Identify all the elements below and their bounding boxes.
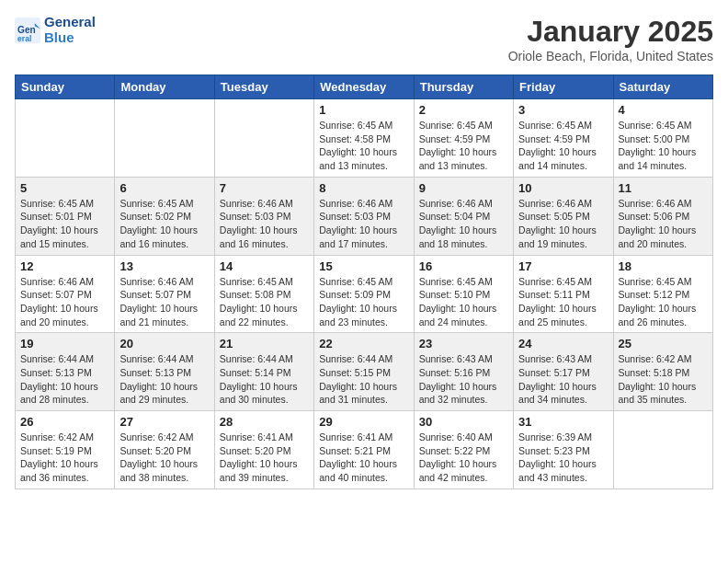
day-info: Sunrise: 6:46 AM Sunset: 5:06 PM Dayligh… [619,197,708,251]
day-number: 31 [518,415,608,429]
day-number: 13 [119,259,209,273]
calendar-week-2: 5Sunrise: 6:45 AM Sunset: 5:01 PM Daylig… [16,177,713,255]
calendar-cell: 11Sunrise: 6:46 AM Sunset: 5:06 PM Dayli… [613,177,712,255]
calendar-cell: 13Sunrise: 6:46 AM Sunset: 5:07 PM Dayli… [115,255,214,333]
calendar-cell: 30Sunrise: 6:40 AM Sunset: 5:22 PM Dayli… [414,411,513,489]
day-number: 20 [119,337,209,350]
calendar-header: SundayMondayTuesdayWednesdayThursdayFrid… [16,75,713,99]
logo-line1: General [44,15,96,30]
day-number: 28 [220,415,309,429]
calendar-cell: 6Sunrise: 6:45 AM Sunset: 5:02 PM Daylig… [115,177,214,255]
day-info: Sunrise: 6:46 AM Sunset: 5:05 PM Dayligh… [518,197,608,251]
day-info: Sunrise: 6:45 AM Sunset: 5:01 PM Dayligh… [20,197,109,251]
day-info: Sunrise: 6:45 AM Sunset: 5:00 PM Dayligh… [619,119,708,173]
day-info: Sunrise: 6:45 AM Sunset: 5:02 PM Dayligh… [119,197,209,251]
day-info: Sunrise: 6:44 AM Sunset: 5:13 PM Dayligh… [119,352,209,407]
calendar-cell: 15Sunrise: 6:45 AM Sunset: 5:09 PM Dayli… [314,255,414,333]
calendar-cell: 31Sunrise: 6:39 AM Sunset: 5:23 PM Dayli… [514,411,613,489]
day-number: 8 [319,181,408,195]
calendar-cell: 4Sunrise: 6:45 AM Sunset: 5:00 PM Daylig… [613,99,712,178]
day-info: Sunrise: 6:40 AM Sunset: 5:22 PM Dayligh… [419,431,508,485]
weekday-header-monday: Monday [115,75,214,99]
calendar-cell: 20Sunrise: 6:44 AM Sunset: 5:13 PM Dayli… [115,333,214,411]
day-info: Sunrise: 6:46 AM Sunset: 5:07 PM Dayligh… [119,275,209,329]
day-info: Sunrise: 6:41 AM Sunset: 5:20 PM Dayligh… [220,431,309,485]
day-info: Sunrise: 6:39 AM Sunset: 5:23 PM Dayligh… [518,431,608,485]
logo: Gen eral General Blue [15,15,96,45]
day-number: 27 [119,415,209,429]
day-info: Sunrise: 6:45 AM Sunset: 4:59 PM Dayligh… [419,119,508,173]
calendar-cell: 28Sunrise: 6:41 AM Sunset: 5:20 PM Dayli… [214,411,313,489]
day-number: 14 [220,259,309,273]
calendar-cell: 8Sunrise: 6:46 AM Sunset: 5:03 PM Daylig… [314,177,414,255]
day-number: 16 [419,259,508,273]
day-number: 3 [518,103,608,117]
day-number: 25 [619,337,708,350]
day-number: 15 [319,259,408,273]
day-number: 4 [619,103,708,117]
day-info: Sunrise: 6:44 AM Sunset: 5:13 PM Dayligh… [20,352,109,407]
day-number: 18 [619,259,708,273]
calendar-cell [613,411,712,489]
day-number: 29 [319,415,408,429]
calendar-cell: 2Sunrise: 6:45 AM Sunset: 4:59 PM Daylig… [414,99,513,178]
day-info: Sunrise: 6:45 AM Sunset: 5:10 PM Dayligh… [419,275,508,329]
weekday-header-thursday: Thursday [414,75,513,99]
day-info: Sunrise: 6:42 AM Sunset: 5:18 PM Dayligh… [619,352,708,407]
day-info: Sunrise: 6:43 AM Sunset: 5:17 PM Dayligh… [518,352,608,407]
day-number: 12 [20,259,109,273]
calendar-body: 1Sunrise: 6:45 AM Sunset: 4:58 PM Daylig… [16,99,713,489]
day-number: 19 [20,337,109,350]
weekday-header-tuesday: Tuesday [214,75,313,99]
day-number: 11 [619,181,708,195]
day-info: Sunrise: 6:45 AM Sunset: 4:59 PM Dayligh… [518,119,608,173]
day-number: 21 [220,337,309,350]
day-info: Sunrise: 6:45 AM Sunset: 5:12 PM Dayligh… [619,275,708,329]
day-info: Sunrise: 6:46 AM Sunset: 5:03 PM Dayligh… [319,197,408,251]
calendar-cell: 3Sunrise: 6:45 AM Sunset: 4:59 PM Daylig… [514,99,613,178]
day-number: 1 [319,103,408,117]
calendar-cell: 27Sunrise: 6:42 AM Sunset: 5:20 PM Dayli… [115,411,214,489]
day-info: Sunrise: 6:46 AM Sunset: 5:03 PM Dayligh… [220,197,309,251]
day-info: Sunrise: 6:42 AM Sunset: 5:19 PM Dayligh… [20,431,109,485]
day-number: 17 [518,259,608,273]
day-number: 5 [20,181,109,195]
calendar-cell [16,99,115,178]
calendar-cell [115,99,214,178]
day-number: 22 [319,337,408,350]
calendar-cell: 14Sunrise: 6:45 AM Sunset: 5:08 PM Dayli… [214,255,313,333]
calendar-cell: 17Sunrise: 6:45 AM Sunset: 5:11 PM Dayli… [514,255,613,333]
calendar-cell [214,99,313,178]
day-info: Sunrise: 6:46 AM Sunset: 5:07 PM Dayligh… [20,275,109,329]
day-number: 30 [419,415,508,429]
calendar-week-1: 1Sunrise: 6:45 AM Sunset: 4:58 PM Daylig… [16,99,713,178]
day-number: 9 [419,181,508,195]
calendar-cell: 29Sunrise: 6:41 AM Sunset: 5:21 PM Dayli… [314,411,414,489]
calendar-cell: 1Sunrise: 6:45 AM Sunset: 4:58 PM Daylig… [314,99,414,178]
day-number: 26 [20,415,109,429]
day-number: 10 [518,181,608,195]
logo-line2: Blue [44,30,96,46]
page-header: Gen eral General Blue January 2025 Oriol… [15,15,713,63]
day-info: Sunrise: 6:44 AM Sunset: 5:15 PM Dayligh… [319,352,408,407]
day-info: Sunrise: 6:45 AM Sunset: 5:09 PM Dayligh… [319,275,408,329]
day-info: Sunrise: 6:42 AM Sunset: 5:20 PM Dayligh… [119,431,209,485]
calendar-table: SundayMondayTuesdayWednesdayThursdayFrid… [15,75,713,489]
month-title: January 2025 [508,15,713,49]
day-number: 7 [220,181,309,195]
svg-text:Gen: Gen [17,25,36,35]
weekday-header-saturday: Saturday [613,75,712,99]
weekday-header-friday: Friday [514,75,613,99]
weekday-header-wednesday: Wednesday [314,75,414,99]
day-info: Sunrise: 6:45 AM Sunset: 4:58 PM Dayligh… [319,119,408,173]
day-number: 24 [518,337,608,350]
calendar-cell: 23Sunrise: 6:43 AM Sunset: 5:16 PM Dayli… [414,333,513,411]
day-info: Sunrise: 6:45 AM Sunset: 5:08 PM Dayligh… [220,275,309,329]
day-info: Sunrise: 6:46 AM Sunset: 5:04 PM Dayligh… [419,197,508,251]
svg-text:eral: eral [17,34,31,43]
day-number: 23 [419,337,508,350]
calendar-cell: 5Sunrise: 6:45 AM Sunset: 5:01 PM Daylig… [16,177,115,255]
day-number: 2 [419,103,508,117]
title-area: January 2025 Oriole Beach, Florida, Unit… [508,15,713,63]
weekday-header-row: SundayMondayTuesdayWednesdayThursdayFrid… [16,75,713,99]
